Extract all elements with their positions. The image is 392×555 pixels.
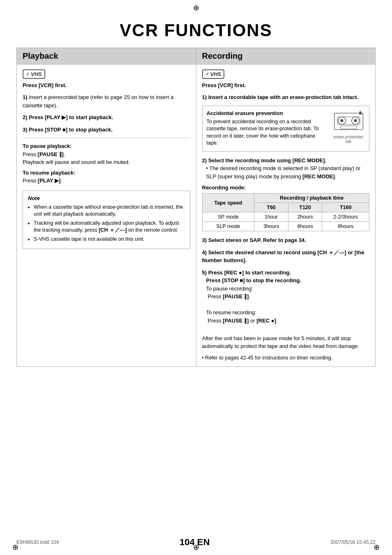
note-item-1: When a cassette tape without erase-prote… bbox=[34, 204, 185, 218]
playback-header: Playback bbox=[17, 48, 196, 64]
footer-date: 2007/05/16 15:45:22 bbox=[330, 539, 376, 545]
playback-press-vcr: Press [VCR] first. bbox=[23, 82, 190, 88]
rec-vhs-check-icon: ✓ bbox=[205, 71, 209, 77]
table-row-sp: SP mode 1hour 2hours 2-2/3hours bbox=[202, 212, 369, 222]
note-item-2: Tracking will be automatically adjusted … bbox=[34, 220, 185, 234]
note-list: When a cassette tape without erase-prote… bbox=[28, 204, 185, 243]
reg-mark-bottom-center: ⊕ bbox=[193, 543, 199, 552]
recording-column: Recording ✓ VHS Press [VCR] first. 1) In… bbox=[196, 48, 376, 366]
recording-header: Recording bbox=[196, 48, 376, 64]
cassette-image: erase-protection tab bbox=[332, 110, 365, 144]
playback-vhs-label: VHS bbox=[31, 71, 42, 77]
rec-step2-sub: • The desired recording mode is selected… bbox=[202, 164, 370, 180]
recording-vhs-logo: ✓ VHS bbox=[202, 69, 225, 79]
table-row-slp: SLP mode 3hours 6hours 8hours bbox=[202, 222, 369, 231]
rec-step5-pause-label: To pause recording: bbox=[202, 285, 370, 293]
sp-mode-label: SP mode bbox=[202, 212, 254, 222]
accidental-text-area: Accidental erasure prevention To prevent… bbox=[207, 110, 328, 147]
rec-step-4: 4) Select the desired channel to record … bbox=[202, 249, 370, 265]
rec-step-1: 1) Insert a recordable tape with an eras… bbox=[202, 93, 370, 101]
main-columns: Playback ✓ VHS Press [VCR] first. 1) Ins… bbox=[16, 48, 376, 367]
cassette-label: erase-protection tab bbox=[332, 135, 365, 144]
sp-t60: 1hour bbox=[254, 212, 288, 222]
step1-num: 1) bbox=[23, 94, 28, 100]
recording-note-ref: • Refer to pages 42-45 for instructions … bbox=[202, 355, 370, 362]
recording-press-vcr: Press [VCR] first. bbox=[202, 82, 370, 88]
playback-vhs-logo: ✓ VHS bbox=[23, 69, 45, 79]
rec-step5-pause-text: Press [PAUSE ‖]. bbox=[202, 292, 370, 301]
step2-num: 2) bbox=[23, 114, 28, 120]
page-title: VCR FUNCTIONS bbox=[16, 21, 376, 40]
accidental-box: Accidental erasure prevention To prevent… bbox=[202, 106, 370, 152]
page: ⊕ VCR FUNCTIONS Playback ✓ VHS Press [VC… bbox=[0, 0, 392, 555]
slp-t160: 8hours bbox=[322, 222, 369, 231]
rec-step5-auto-stop: After the unit has been in pause mode fo… bbox=[202, 334, 370, 350]
resume-label: To resume playback: bbox=[23, 170, 75, 176]
step1-text: Insert a prerecorded tape (refer to page… bbox=[23, 94, 173, 108]
table-col-t120: T120 bbox=[288, 203, 322, 212]
sp-t120: 2hours bbox=[288, 212, 322, 222]
rec-step5-stop: Press [STOP ■] to stop the recording. bbox=[202, 276, 370, 285]
svg-point-2 bbox=[340, 119, 343, 122]
playback-step-1: 1) Insert a prerecorded tape (refer to p… bbox=[23, 93, 190, 109]
accidental-title: Accidental erasure prevention bbox=[207, 110, 328, 116]
vhs-check-icon: ✓ bbox=[26, 71, 30, 77]
note-item-3: S-VHS cassette tape is not available on … bbox=[34, 236, 185, 243]
svg-rect-6 bbox=[340, 126, 357, 129]
rec-step5-resume-text: Press [PAUSE ‖] or [REC ●]. bbox=[202, 317, 370, 325]
pause-label: To pause playback: bbox=[23, 143, 72, 149]
svg-point-4 bbox=[354, 119, 357, 122]
accidental-text: To prevent accidental recording on a rec… bbox=[207, 118, 328, 147]
slp-t60: 3hours bbox=[254, 222, 288, 231]
rec-step-5: 5) Press [REC ●] to start recording. Pre… bbox=[202, 269, 370, 350]
resume-text: Press [PLAY ▶]. bbox=[23, 177, 62, 184]
step3-num: 3) bbox=[23, 127, 28, 133]
playback-step-2: 2) Press [PLAY ▶] to start playback. bbox=[23, 113, 190, 122]
divider bbox=[23, 138, 190, 138]
footer-file-ref: E9H90UD.indd 104 bbox=[16, 539, 59, 545]
recording-mode-title: Recording mode: bbox=[202, 184, 370, 191]
recording-table: Tape speed Recording / playback time T60… bbox=[202, 193, 370, 231]
cassette-svg bbox=[333, 110, 364, 133]
rec-step-2: 2) Select the recording mode using [REC … bbox=[202, 157, 370, 181]
reg-mark-bottom-left: ⊕ bbox=[12, 543, 18, 552]
reg-mark-bottom-right: ⊕ bbox=[374, 543, 380, 552]
rec-step1-num: 1) bbox=[202, 94, 207, 100]
recording-vhs-label: VHS bbox=[210, 71, 221, 77]
recording-content: ✓ VHS Press [VCR] first. 1) Insert a rec… bbox=[196, 64, 376, 366]
resume-section: To resume playback: Press [PLAY ▶]. bbox=[23, 169, 190, 185]
pause-note: Playback will pause and sound will be mu… bbox=[23, 159, 130, 165]
reg-mark-top: ⊕ bbox=[193, 3, 199, 12]
svg-rect-0 bbox=[334, 113, 363, 129]
note-title: Note bbox=[28, 195, 185, 201]
sp-t160: 2-2/3hours bbox=[322, 212, 369, 222]
step3-text: Press [STOP ■] to stop playback. bbox=[28, 127, 113, 133]
rec-step5-resume-label: To resume recording: bbox=[202, 309, 370, 317]
playback-note-box: Note When a cassette tape without erase-… bbox=[23, 191, 190, 249]
playback-step-3: 3) Press [STOP ■] to stop playback. bbox=[23, 126, 190, 134]
table-col-t60: T60 bbox=[254, 203, 288, 212]
playback-column: Playback ✓ VHS Press [VCR] first. 1) Ins… bbox=[17, 48, 196, 366]
table-header-time: Recording / playback time bbox=[254, 193, 369, 203]
step2-text: Press [PLAY ▶] to start playback. bbox=[28, 114, 113, 120]
slp-t120: 6hours bbox=[288, 222, 322, 231]
slp-mode-label: SLP mode bbox=[202, 222, 254, 231]
playback-content: ✓ VHS Press [VCR] first. 1) Insert a pre… bbox=[17, 64, 196, 254]
pause-text: Press [PAUSE ‖]. bbox=[23, 151, 65, 157]
table-col-t160: T160 bbox=[322, 203, 369, 212]
rec-step-3: 3) Select stereo or SAP. Refer to page 3… bbox=[202, 236, 370, 244]
table-header-speed: Tape speed bbox=[202, 193, 254, 212]
pause-section: To pause playback: Press [PAUSE ‖]. Play… bbox=[23, 142, 190, 166]
svg-rect-7 bbox=[359, 111, 362, 114]
